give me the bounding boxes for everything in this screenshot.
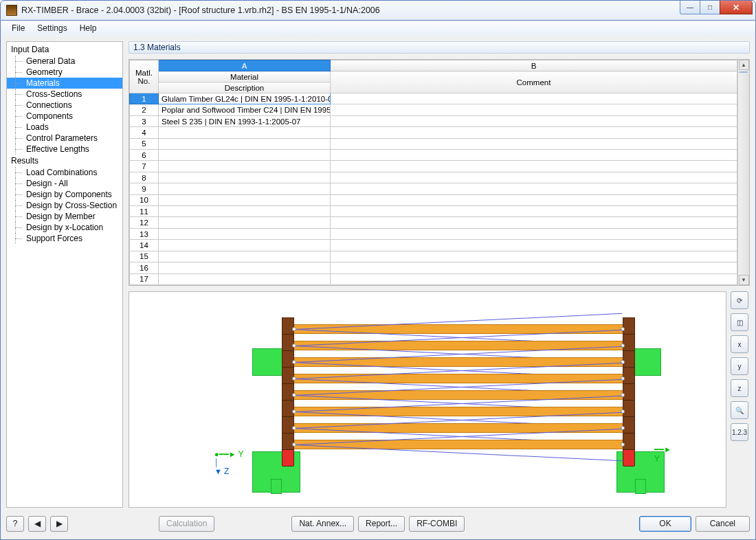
scroll-thumb[interactable] — [739, 71, 748, 73]
table-row[interactable]: 12 — [130, 217, 737, 228]
cell-comment[interactable] — [331, 93, 737, 104]
cell-comment[interactable] — [331, 172, 737, 183]
tree-item-design-member[interactable]: Design by Member — [7, 211, 122, 222]
row-number[interactable]: 14 — [130, 240, 159, 251]
close-button[interactable]: ✕ — [720, 1, 753, 14]
scroll-up-icon[interactable]: ▲ — [739, 60, 749, 70]
row-number[interactable]: 16 — [130, 262, 159, 273]
tree-item-components[interactable]: Components — [7, 111, 122, 122]
cell-comment[interactable] — [331, 228, 737, 239]
row-number[interactable]: 6 — [130, 150, 159, 161]
nat-annex-button[interactable]: Nat. Annex... — [291, 516, 354, 532]
tree-item-loads[interactable]: Loads — [7, 122, 122, 133]
tree-item-effective-lengths[interactable]: Effective Lengths — [7, 144, 122, 155]
model-viewport[interactable]: ●━━► Y│▼ Z━━► Y — [129, 291, 726, 508]
menu-file[interactable]: File — [6, 22, 30, 34]
cell-comment[interactable] — [331, 217, 737, 228]
row-number[interactable]: 9 — [130, 183, 159, 194]
cell-description[interactable] — [159, 172, 331, 183]
row-number[interactable]: 11 — [130, 206, 159, 217]
tree-item-connections[interactable]: Connections — [7, 100, 122, 111]
table-row[interactable]: 14 — [130, 240, 737, 251]
cell-description[interactable] — [159, 183, 331, 194]
cell-comment[interactable] — [331, 206, 737, 217]
cell-description[interactable] — [159, 206, 331, 217]
ok-button[interactable]: OK — [639, 516, 691, 532]
minimize-button[interactable]: — — [680, 1, 700, 14]
table-row[interactable]: 3Steel S 235 | DIN EN 1993-1-1:2005-07 — [130, 115, 737, 126]
table-row[interactable]: 2Poplar and Softwood Timber C24 | DIN EN… — [130, 104, 737, 115]
row-number[interactable]: 1 — [130, 93, 159, 104]
cell-description[interactable] — [159, 138, 331, 149]
row-number[interactable]: 13 — [130, 228, 159, 239]
tree-item-geometry[interactable]: Geometry — [7, 67, 122, 78]
cell-comment[interactable] — [331, 262, 737, 273]
cell-description[interactable] — [159, 228, 331, 239]
tree-item-control-parameters[interactable]: Control Parameters — [7, 133, 122, 144]
tree-item-cross-sections[interactable]: Cross-Sections — [7, 89, 122, 100]
table-row[interactable]: 13 — [130, 228, 737, 239]
cell-description[interactable] — [159, 240, 331, 251]
view-numbers-button[interactable]: 1.2.3 — [731, 423, 748, 441]
help-button[interactable]: ? — [6, 516, 24, 532]
row-number[interactable]: 8 — [130, 172, 159, 183]
cell-description[interactable]: Poplar and Softwood Timber C24 | DIN EN … — [159, 104, 331, 115]
table-scrollbar[interactable]: ▲ ▼ — [737, 60, 749, 285]
cell-description[interactable] — [159, 262, 331, 273]
tree-item-support-forces[interactable]: Support Forces — [7, 233, 122, 244]
table-row[interactable]: 15 — [130, 251, 737, 262]
row-number[interactable]: 2 — [130, 104, 159, 115]
tree-item-general-data[interactable]: General Data — [7, 56, 122, 67]
rf-combi-button[interactable]: RF-COMBI — [409, 516, 465, 532]
menu-settings[interactable]: Settings — [32, 22, 72, 34]
materials-table[interactable]: Matl. No. A B Material Comment Descripti… — [129, 60, 737, 285]
row-number[interactable]: 3 — [130, 115, 159, 126]
view-z-button[interactable]: z — [731, 379, 748, 397]
col-head-B[interactable]: B — [331, 60, 737, 71]
table-row[interactable]: 17 — [130, 273, 737, 285]
calculation-button[interactable]: Calculation — [159, 516, 214, 532]
row-number[interactable]: 7 — [130, 161, 159, 172]
cell-description[interactable] — [159, 161, 331, 172]
tree-item-materials[interactable]: Materials — [7, 78, 122, 89]
table-row[interactable]: 6 — [130, 150, 737, 161]
tree-item-design-components[interactable]: Design by Components — [7, 189, 122, 200]
tree-item-design-xlocation[interactable]: Design by x-Location — [7, 222, 122, 233]
view-refresh-button[interactable]: ⟳ — [731, 291, 748, 309]
report-button[interactable]: Report... — [358, 516, 405, 532]
menu-help[interactable]: Help — [74, 22, 102, 34]
scroll-down-icon[interactable]: ▼ — [739, 275, 749, 285]
col-head-A[interactable]: A — [159, 60, 331, 71]
cell-description[interactable] — [159, 150, 331, 161]
cell-comment[interactable] — [331, 273, 737, 285]
next-table-button[interactable]: ▶ — [50, 516, 68, 532]
table-row[interactable]: 5 — [130, 138, 737, 149]
table-row[interactable]: 1Glulam Timber GL24c | DIN EN 1995-1-1:2… — [130, 93, 737, 104]
tree-item-design-cross-section[interactable]: Design by Cross-Section — [7, 200, 122, 211]
table-row[interactable]: 7 — [130, 161, 737, 172]
cancel-button[interactable]: Cancel — [696, 516, 750, 532]
view-x-button[interactable]: x — [731, 335, 748, 353]
cell-comment[interactable] — [331, 240, 737, 251]
cell-description[interactable] — [159, 194, 331, 205]
view-y-button[interactable]: y — [731, 357, 748, 375]
row-number[interactable]: 4 — [130, 127, 159, 138]
table-row[interactable]: 10 — [130, 194, 737, 205]
cell-comment[interactable] — [331, 194, 737, 205]
view-iso-button[interactable]: ◫ — [731, 313, 748, 331]
table-row[interactable]: 8 — [130, 172, 737, 183]
table-row[interactable]: 9 — [130, 183, 737, 194]
cell-description[interactable] — [159, 251, 331, 262]
cell-comment[interactable] — [331, 150, 737, 161]
table-row[interactable]: 4 — [130, 127, 737, 138]
row-number[interactable]: 5 — [130, 138, 159, 149]
cell-description[interactable] — [159, 273, 331, 285]
table-row[interactable]: 16 — [130, 262, 737, 273]
row-number[interactable]: 15 — [130, 251, 159, 262]
cell-description[interactable] — [159, 217, 331, 228]
prev-table-button[interactable]: ◀ — [28, 516, 46, 532]
row-number[interactable]: 17 — [130, 273, 159, 285]
cell-comment[interactable] — [331, 127, 737, 138]
maximize-button[interactable]: □ — [700, 1, 720, 14]
row-number[interactable]: 12 — [130, 217, 159, 228]
